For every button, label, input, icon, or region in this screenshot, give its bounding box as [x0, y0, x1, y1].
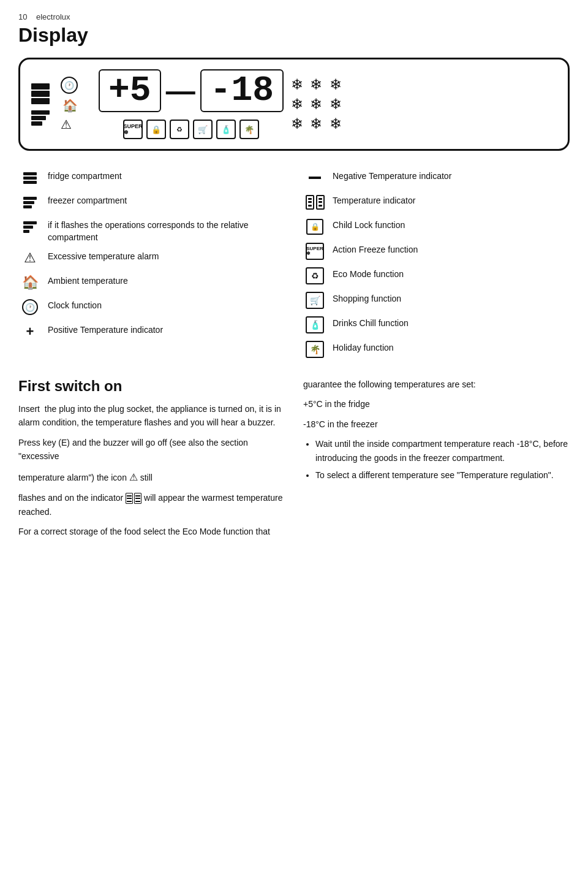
- first-switch-on-para-1: Insert the plug into the plug socket, th…: [18, 402, 285, 430]
- bullet-list: Wait until the inside compartment temper…: [303, 437, 570, 482]
- snowflake-8: ❄: [310, 115, 326, 132]
- guarantee-para: guarantee the following temperatures are…: [303, 378, 570, 391]
- legend-freezer-compartment: freezer compartment: [18, 192, 285, 212]
- fridge-bar-2: [31, 91, 50, 97]
- legend-right-column: Negative Temperature indicator Temperatu…: [303, 168, 570, 359]
- freezer-bar-1: [31, 110, 50, 115]
- freezer-temp-display: -18: [200, 69, 284, 112]
- legend-positive-temp: + Positive Temperature indicator: [18, 322, 285, 341]
- ambient-temp-label: Ambient temperature: [48, 273, 128, 287]
- fridge-bar-1: [31, 83, 50, 89]
- legend-fridge-compartment: fridge compartment: [18, 168, 285, 188]
- panel-house-icon: 🏠: [61, 96, 79, 115]
- temp-inline-indicator: [126, 493, 141, 504]
- positive-temp-icon: +: [18, 322, 42, 341]
- legend-shopping: 🛒 Shopping function: [303, 291, 570, 310]
- fridge-bar-3: [31, 98, 50, 104]
- positive-temp-label: Positive Temperature indicator: [48, 322, 163, 337]
- bullet-wait: Wait until the inside compartment temper…: [315, 437, 570, 465]
- child-lock-label: Child Lock function: [333, 217, 405, 232]
- display-panel: 🕐 🏠 ⚠ +5 — -18 SUPER❄ 🔒 ♻ 🛒 🧴 🌴 ❄ ❄ ❄ ❄ …: [18, 58, 570, 151]
- temp-separator: —: [166, 74, 195, 108]
- temperature-indicator-icon: [303, 192, 326, 212]
- legend-child-lock: 🔒 Child Lock function: [303, 217, 570, 237]
- freezer-bar-3: [31, 121, 42, 126]
- function-icons-row: SUPER❄ 🔒 ♻ 🛒 🧴 🌴: [123, 120, 259, 139]
- snowflake-1: ❄: [291, 76, 307, 93]
- legend-holiday: 🌴 Holiday function: [303, 340, 570, 359]
- page-title: Display: [18, 24, 570, 47]
- legend-clock: 🕐 Clock function: [18, 297, 285, 317]
- temperature-display: +5 — -18 SUPER❄ 🔒 ♻ 🛒 🧴 🌴: [99, 69, 284, 139]
- fridge-temp-display: +5: [99, 69, 161, 112]
- page-number: 10 electrolux: [18, 12, 570, 21]
- lock-panel-icon: 🔒: [146, 120, 166, 139]
- brand-text: electrolux: [36, 12, 70, 21]
- legend-negative-temp: Negative Temperature indicator: [303, 168, 570, 188]
- shopping-label: Shopping function: [333, 291, 401, 305]
- snowflake-4: ❄: [291, 96, 307, 113]
- temp-row: +5 — -18: [99, 69, 284, 112]
- excessive-temp-label: Excessive temperature alarm: [48, 248, 159, 263]
- panel-middle-icons: 🕐 🏠 ⚠: [61, 77, 91, 132]
- legend-left-column: fridge compartment freezer compartment i…: [18, 168, 285, 359]
- bullet-select-temp: To select a different temperature see "T…: [315, 468, 570, 482]
- legend-action-freeze: SUPER❄ Action Freeze function: [303, 242, 570, 261]
- compartment-indicators: [31, 83, 53, 126]
- eco-panel-icon: ♻: [170, 120, 189, 139]
- fridge-compartment-label: fridge compartment: [48, 168, 122, 183]
- child-lock-icon: 🔒: [303, 217, 326, 237]
- negative-temp-label: Negative Temperature indicator: [333, 168, 451, 183]
- legend-temp-indicator: Temperature indicator: [303, 192, 570, 212]
- legend-flash-compartment: if it flashes the operations corresponds…: [18, 217, 285, 243]
- snowflake-2: ❄: [310, 76, 326, 93]
- freezer-bar-group: [31, 110, 53, 126]
- snowflake-7: ❄: [291, 115, 307, 132]
- legend-section: fridge compartment freezer compartment i…: [18, 168, 570, 359]
- snowflake-5: ❄: [310, 96, 326, 113]
- clock-icon: 🕐: [18, 297, 42, 317]
- first-switch-on-title: First switch on: [18, 378, 285, 395]
- ambient-temp-icon: 🏠: [18, 273, 42, 292]
- clock-label: Clock function: [48, 297, 102, 312]
- drinks-chill-label: Drinks Chill function: [333, 315, 409, 330]
- legend-eco-mode: ♻ Eco Mode function: [303, 266, 570, 286]
- fridge-temp-para: +5°C in the fridge: [303, 397, 570, 411]
- first-switch-on-para-4: flashes and on the indicator will appear…: [18, 491, 285, 519]
- page-num-text: 10: [18, 12, 27, 21]
- snowflake-3: ❄: [330, 76, 346, 93]
- action-freeze-label: Action Freeze function: [333, 242, 418, 256]
- super-freeze-panel-icon: SUPER❄: [123, 120, 143, 139]
- first-switch-on-para-5: For a correct storage of the food select…: [18, 525, 285, 538]
- freezer-compartment-label: freezer compartment: [48, 192, 127, 207]
- holiday-icon: 🌴: [303, 340, 326, 359]
- legend-ambient-temp: 🏠 Ambient temperature: [18, 273, 285, 292]
- holiday-panel-icon: 🌴: [239, 120, 259, 139]
- freezer-temp-para: -18°C in the freezer: [303, 417, 570, 431]
- right-content-section: guarantee the following temperatures are…: [303, 378, 570, 544]
- freezer-bar-2: [31, 116, 46, 120]
- snowflake-6: ❄: [330, 96, 346, 113]
- snowflake-9: ❄: [330, 115, 346, 132]
- legend-drinks-chill: 🧴 Drinks Chill function: [303, 315, 570, 335]
- action-freeze-icon: SUPER❄: [303, 242, 326, 261]
- fridge-bar-group: [31, 83, 53, 104]
- first-switch-on-section: First switch on Insert the plug into the…: [18, 378, 285, 544]
- main-content: First switch on Insert the plug into the…: [18, 378, 570, 544]
- temp-indicator-label: Temperature indicator: [333, 192, 415, 207]
- eco-mode-label: Eco Mode function: [333, 266, 404, 281]
- snowflakes-grid: ❄ ❄ ❄ ❄ ❄ ❄ ❄ ❄ ❄: [291, 76, 346, 132]
- flash-compartment-icon: [18, 217, 42, 237]
- eco-mode-icon: ♻: [303, 266, 326, 286]
- freezer-compartment-icon: [18, 192, 42, 212]
- shopping-panel-icon: 🛒: [193, 120, 213, 139]
- fridge-compartment-icon: [18, 168, 42, 188]
- negative-temp-indicator-icon: [303, 168, 326, 188]
- warning-icon: ⚠: [18, 248, 42, 268]
- legend-excessive-temp: ⚠ Excessive temperature alarm: [18, 248, 285, 268]
- holiday-label: Holiday function: [333, 340, 394, 354]
- drinks-chill-icon: 🧴: [303, 315, 326, 335]
- warning-inline-icon: ⚠: [129, 472, 138, 482]
- panel-clock-icon: 🕐: [61, 77, 78, 94]
- first-switch-on-para-3: temperature alarm") the icon ⚠ still: [18, 470, 285, 485]
